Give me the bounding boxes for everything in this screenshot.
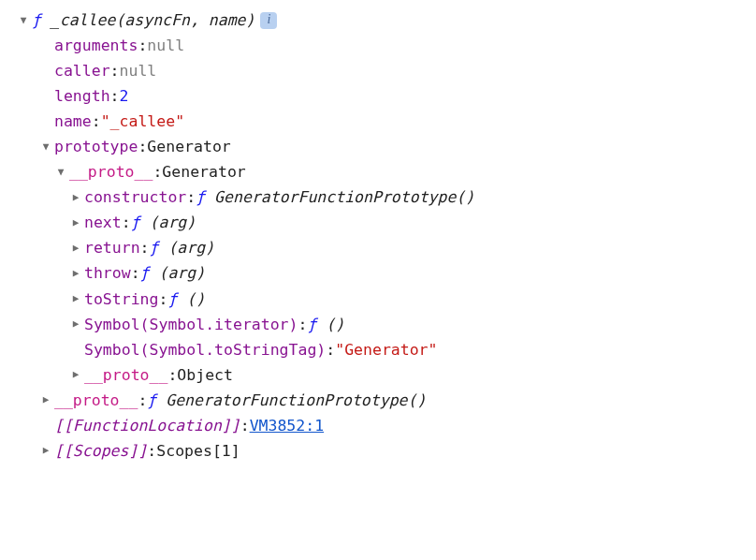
prop-proto[interactable]: __proto__: Object — [17, 362, 756, 388]
prop-caller[interactable]: caller: null — [17, 58, 756, 83]
prop-key: __proto__ — [84, 362, 167, 388]
prop-value: 2 — [120, 83, 129, 109]
expand-toggle-icon[interactable] — [39, 442, 52, 459]
prop-symbol-tostringtag[interactable]: Symbol(Symbol.toStringTag): "Generator" — [17, 337, 756, 362]
fn-keyword-icon: ƒ — [307, 312, 316, 337]
prop-key: throw — [84, 260, 131, 286]
fn-keyword-icon: ƒ — [131, 210, 140, 235]
expand-toggle-icon[interactable] — [69, 290, 82, 307]
prop-tostring[interactable]: toString: ƒ () — [17, 287, 756, 312]
prop-value: Generator — [162, 159, 245, 184]
prop-value: (arg) — [158, 260, 205, 286]
prop-key: prototype — [54, 134, 138, 159]
expand-toggle-icon[interactable] — [69, 214, 82, 231]
prop-key: __proto__ — [54, 388, 138, 413]
prop-scopes[interactable]: [[Scopes]]: Scopes[1] — [17, 438, 756, 464]
expand-toggle-icon[interactable] — [69, 189, 82, 206]
prop-key: [[FunctionLocation]] — [54, 413, 240, 438]
fn-name: _callee — [51, 7, 116, 33]
prop-value: "Generator" — [335, 337, 437, 362]
prop-next[interactable]: next: ƒ (arg) — [17, 210, 756, 235]
prop-prototype[interactable]: prototype: Generator — [17, 134, 756, 159]
prop-key: [[Scopes]] — [54, 438, 147, 464]
prop-return[interactable]: return: ƒ (arg) — [17, 235, 756, 260]
prop-value: null — [120, 58, 157, 83]
fn-keyword: ƒ — [32, 7, 41, 33]
prop-proto[interactable]: __proto__: Generator — [17, 159, 756, 184]
prop-value: GeneratorFunctionPrototype() — [214, 184, 474, 210]
source-link[interactable]: VM3852:1 — [250, 413, 324, 438]
prop-value: () — [186, 287, 205, 312]
prop-value: "_callee" — [101, 109, 184, 134]
expand-toggle-icon[interactable] — [39, 139, 52, 155]
prop-symbol-iterator[interactable]: Symbol(Symbol.iterator): ƒ () — [17, 312, 756, 337]
prop-key: __proto__ — [69, 159, 153, 184]
info-icon[interactable]: i — [260, 12, 277, 29]
prop-value: Generator — [147, 134, 230, 159]
prop-key: Symbol(Symbol.toStringTag) — [84, 337, 326, 362]
expand-toggle-icon[interactable] — [69, 366, 82, 383]
fn-keyword-icon: ƒ — [196, 184, 205, 210]
prop-arguments[interactable]: arguments: null — [17, 33, 756, 58]
prop-value: (arg) — [167, 235, 214, 260]
prop-value: Scopes[1] — [156, 438, 240, 464]
prop-value: GeneratorFunctionPrototype() — [166, 388, 426, 413]
prop-value: null — [147, 33, 184, 58]
prop-key: return — [84, 235, 140, 260]
expand-toggle-icon[interactable] — [54, 164, 67, 181]
prop-key: name — [54, 109, 92, 134]
prop-key: arguments — [54, 33, 138, 58]
expand-toggle-icon[interactable] — [69, 316, 82, 332]
fn-keyword-icon: ƒ — [147, 388, 156, 413]
expand-toggle-icon[interactable] — [69, 265, 82, 282]
prop-key: Symbol(Symbol.iterator) — [84, 312, 298, 337]
prop-proto[interactable]: __proto__: ƒ GeneratorFunctionPrototype(… — [17, 388, 756, 413]
prop-value: () — [326, 312, 344, 337]
fn-keyword-icon: ƒ — [167, 287, 177, 312]
fn-params: (asyncFn, name) — [115, 7, 254, 33]
prop-value: (arg) — [150, 210, 196, 235]
prop-key: caller — [54, 58, 110, 83]
function-header[interactable]: ƒ _callee (asyncFn, name) i — [17, 7, 756, 33]
prop-length[interactable]: length: 2 — [17, 83, 756, 109]
prop-key: next — [84, 210, 122, 235]
prop-constructor[interactable]: constructor: ƒ GeneratorFunctionPrototyp… — [17, 184, 756, 210]
prop-value: Object — [177, 362, 233, 388]
prop-function-location[interactable]: [[FunctionLocation]]: VM3852:1 — [17, 413, 756, 438]
prop-key: constructor — [84, 184, 186, 210]
fn-keyword-icon: ƒ — [140, 260, 150, 286]
prop-name[interactable]: name: "_callee" — [17, 109, 756, 134]
expand-toggle-icon[interactable] — [69, 240, 82, 257]
prop-key: toString — [84, 287, 158, 312]
expand-toggle-icon[interactable] — [17, 12, 30, 29]
prop-throw[interactable]: throw: ƒ (arg) — [17, 260, 756, 286]
fn-keyword-icon: ƒ — [150, 235, 159, 260]
expand-toggle-icon[interactable] — [39, 391, 52, 408]
prop-key: length — [54, 83, 110, 109]
